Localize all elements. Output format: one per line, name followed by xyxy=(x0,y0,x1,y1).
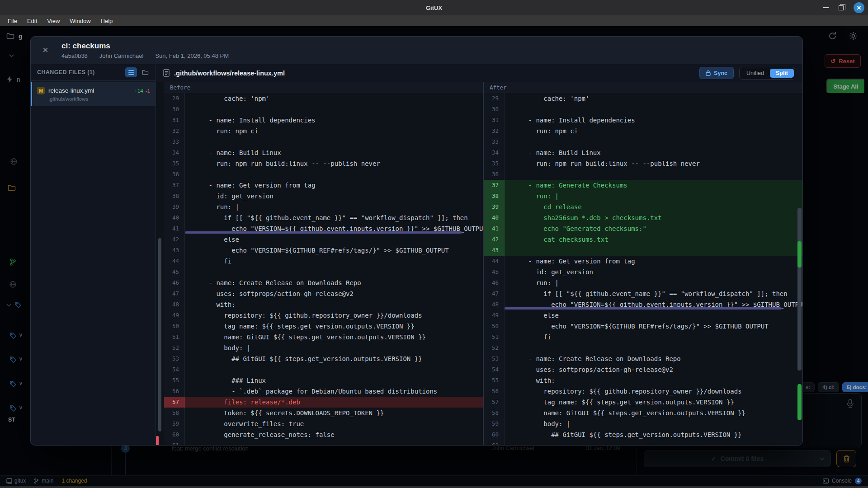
code-text: - name: Build Linux xyxy=(505,147,802,158)
diff-line: 30 xyxy=(484,104,802,115)
titlebar: GitUX ✕ xyxy=(0,0,868,15)
diff-line: 54 uses: softprops/action-gh-release@v2 xyxy=(484,364,802,375)
list-view-button[interactable] xyxy=(125,67,137,77)
code-text: else xyxy=(185,234,483,245)
diff-line: 61 xyxy=(484,440,802,445)
line-number: 46 xyxy=(484,277,505,288)
code-text: with: xyxy=(505,375,802,386)
code-text: if [[ "${{ github.event_name }}" == "wor… xyxy=(505,288,802,299)
line-number: 57 xyxy=(484,397,505,408)
code-text: run: npm run build:linux -- --publish ne… xyxy=(185,158,483,169)
commit-detail-modal: × ci: checkums 4a5a0b38 John Carmichael … xyxy=(30,36,803,446)
diff-line: 60 generate_release_notes: false xyxy=(164,429,483,440)
line-number: 49 xyxy=(484,310,505,321)
code-text: echo "Generated checksums:" xyxy=(505,223,802,234)
code-text: run: | xyxy=(505,191,802,202)
code-text: name: GitGUI ${{ steps.get_version.outpu… xyxy=(505,408,802,418)
code-text: name: GitGUI ${{ steps.get_version.outpu… xyxy=(185,332,483,343)
code-text xyxy=(185,169,483,180)
diff-line: 41 echo "VERSION=${{ github.event.inputs… xyxy=(164,223,483,234)
diff-line: 33 xyxy=(484,136,802,147)
close-window-icon[interactable]: ✕ xyxy=(854,2,864,13)
maximize-icon[interactable] xyxy=(839,5,844,10)
diff-line: 58 token: ${{ secrets.DOWNLOADS_REPO_TOK… xyxy=(164,408,483,418)
code-text xyxy=(185,440,483,445)
line-number: 42 xyxy=(164,234,185,245)
horizontal-scrollbar[interactable] xyxy=(185,231,462,234)
code-text xyxy=(505,440,802,445)
split-view-button[interactable]: Split xyxy=(770,69,794,78)
after-pane-header: After xyxy=(484,82,802,93)
diff-line: 35 run: npm run build:linux -- --publish… xyxy=(164,158,483,169)
line-number: 43 xyxy=(484,245,505,256)
line-number: 45 xyxy=(164,267,185,277)
code-text: files: release/*.deb xyxy=(185,397,483,408)
menu-window[interactable]: Window xyxy=(66,17,94,25)
menu-edit[interactable]: Edit xyxy=(23,17,41,25)
diff-line: 44 - name: Get version from tag xyxy=(484,256,802,267)
minimize-icon[interactable] xyxy=(823,7,829,8)
line-number: 58 xyxy=(164,408,185,418)
code-text: sha256sum *.deb > checksums.txt xyxy=(505,212,802,223)
code-text xyxy=(505,169,802,180)
code-text: - name: Install dependencies xyxy=(185,115,483,126)
diff-line: 43 xyxy=(484,245,802,256)
diff-line: 60 ## GitGUI ${{ steps.get_version.outpu… xyxy=(484,429,802,440)
tree-view-button[interactable] xyxy=(139,67,151,77)
sync-scroll-button[interactable]: Sync xyxy=(699,67,734,79)
menu-view[interactable]: View xyxy=(43,17,64,25)
diff-line: 45 id: get_version xyxy=(484,267,802,277)
line-number: 54 xyxy=(164,364,185,375)
diff-line: 53 ## GitGUI ${{ steps.get_version.outpu… xyxy=(164,353,483,364)
horizontal-scrollbar[interactable] xyxy=(505,307,782,310)
line-number: 46 xyxy=(164,277,185,288)
view-mode-toggle: Unified Split xyxy=(739,67,795,80)
diff-line: 51 name: GitGUI ${{ steps.get_version.ou… xyxy=(164,332,483,343)
menu-file[interactable]: File xyxy=(4,17,21,25)
diff-line: 59 overwrite_files: true xyxy=(164,418,483,429)
code-text: id: get_version xyxy=(185,191,483,202)
code-text: cache: 'npm' xyxy=(185,93,483,104)
code-text: run: npm ci xyxy=(185,126,483,136)
line-number: 47 xyxy=(164,288,185,299)
right-scrollbar-thumb[interactable] xyxy=(797,208,802,371)
line-number: 39 xyxy=(484,202,505,212)
line-number: 30 xyxy=(164,104,185,115)
line-number: 41 xyxy=(484,223,505,234)
diff-line: 49 else xyxy=(484,310,802,321)
diff-line: 37 - name: Generate Checksums xyxy=(484,180,802,191)
menu-help[interactable]: Help xyxy=(97,17,117,25)
diff-line: 54 xyxy=(164,364,483,375)
diff-line: 36 xyxy=(484,169,802,180)
diff-line: 46 run: | xyxy=(484,277,802,288)
unified-view-button[interactable]: Unified xyxy=(741,69,770,78)
scrollbar-thumb[interactable] xyxy=(158,238,161,432)
diff-line: 51 fi xyxy=(484,332,802,343)
line-number: 53 xyxy=(484,353,505,364)
code-text: repository: ${{ github.repository_owner … xyxy=(505,386,802,397)
diff-line: 52 body: | xyxy=(164,343,483,353)
code-text: run: npm run build:linux -- --publish ne… xyxy=(505,158,802,169)
diff-line: 40 if [[ "${{ github.event_name }}" == "… xyxy=(164,212,483,223)
diff-line: 38 run: | xyxy=(484,191,802,202)
code-text: repository: ${{ github.repository_owner … xyxy=(185,310,483,321)
code-text: uses: softprops/action-gh-release@v2 xyxy=(185,288,483,299)
close-modal-icon[interactable]: × xyxy=(42,45,54,55)
commit-hash[interactable]: 4a5a0b38 xyxy=(61,52,88,59)
line-number: 61 xyxy=(164,440,185,445)
left-scrollbar-track[interactable] xyxy=(156,82,164,445)
diff-line: 46 - name: Create Release on Downloads R… xyxy=(164,277,483,288)
file-list-item[interactable]: M release-linux.yml +14-1 .github/workfl… xyxy=(31,82,156,106)
code-text: echo "VERSION=${GITHUB_REF#refs/tags/}" … xyxy=(505,321,802,332)
line-number: 36 xyxy=(164,169,185,180)
code-text xyxy=(505,104,802,115)
diff-line: 48 with: xyxy=(164,299,483,310)
code-text xyxy=(185,104,483,115)
file-path: .github/workflows/release-linux.yml xyxy=(174,70,699,77)
line-number: 47 xyxy=(484,288,505,299)
line-number: 33 xyxy=(484,136,505,147)
diff-pane-before: Before 29 cache: 'npm'3031 - name: Insta… xyxy=(164,82,484,445)
list-icon xyxy=(128,70,134,75)
line-number: 53 xyxy=(164,353,185,364)
diff-line: 29 cache: 'npm' xyxy=(164,93,483,104)
